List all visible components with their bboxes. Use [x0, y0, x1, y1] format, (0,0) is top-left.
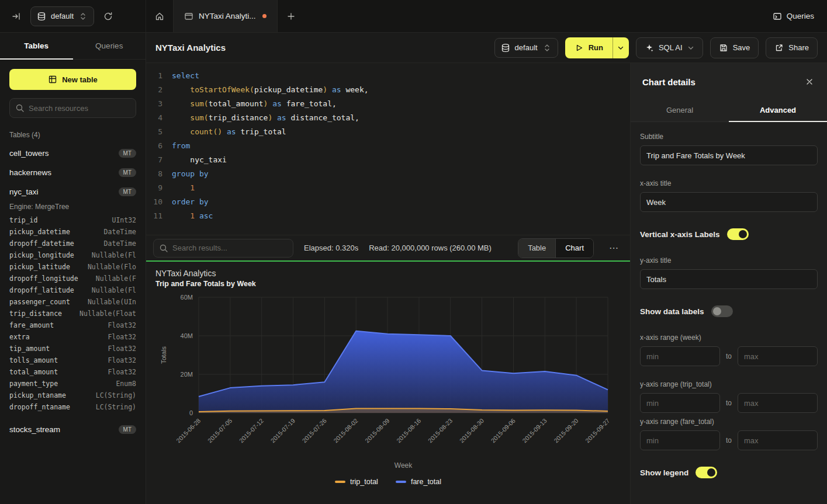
collapse-sidebar-button[interactable] — [8, 8, 25, 25]
yaxis-range-trip-max-input[interactable] — [738, 393, 818, 413]
yaxis-range-trip-min-input[interactable] — [640, 393, 720, 413]
tab-advanced[interactable]: Advanced — [729, 98, 827, 121]
column-name: dropoff_ntaname — [9, 403, 70, 411]
xaxis-range-label: x-axis range (week) — [640, 333, 818, 342]
query-controls: default Run SQL AI — [494, 37, 818, 58]
code-line[interactable]: 4 sum(trip_distance) as distance_total, — [146, 111, 630, 125]
share-button[interactable]: Share — [766, 37, 818, 58]
queries-icon — [773, 12, 782, 21]
line-number: 1 — [146, 69, 172, 83]
svg-text:2015-08-16: 2015-08-16 — [395, 417, 423, 444]
sql-ai-label: SQL AI — [659, 43, 683, 52]
tab-nytaxi-analytics[interactable]: NYTaxi Analyti... — [173, 0, 278, 32]
tab-general[interactable]: General — [631, 98, 729, 121]
xaxis-title-field: x-axis title — [640, 179, 818, 212]
queries-button-label: Queries — [787, 12, 814, 20]
code-line[interactable]: 10order by — [146, 195, 630, 209]
code-text: toStartOfWeek(pickup_datetime) as week, — [172, 83, 369, 97]
sql-editor[interactable]: 1select2 toStartOfWeek(pickup_datetime) … — [146, 63, 630, 235]
column-row[interactable]: dropoff_datetimeDateTime — [0, 238, 146, 249]
column-row[interactable]: passenger_countNullable(UIn — [0, 296, 146, 308]
column-row[interactable]: pickup_ntanameLC(String) — [0, 390, 146, 401]
view-table-button[interactable]: Table — [518, 239, 555, 258]
code-line[interactable]: 6from — [146, 139, 630, 153]
xaxis-range-min-input[interactable] — [640, 346, 720, 366]
yaxis-range-fare-label: y-axis range (fare_total) — [640, 418, 818, 426]
svg-text:2015-08-02: 2015-08-02 — [332, 417, 359, 444]
code-line[interactable]: 2 toStartOfWeek(pickup_datetime) as week… — [146, 83, 630, 97]
results-chart[interactable]: 020M40M60M2015-06-282015-07-052015-07-12… — [155, 289, 618, 475]
queries-button[interactable]: Queries — [773, 12, 814, 21]
code-line[interactable]: 7 nyc_taxi — [146, 153, 630, 167]
refresh-button[interactable] — [100, 8, 116, 25]
home-icon — [155, 12, 164, 21]
vertical-xaxis-labels-toggle[interactable] — [727, 228, 749, 240]
sparkle-icon — [645, 43, 654, 53]
new-table-button[interactable]: New table — [9, 69, 136, 90]
database-icon — [37, 12, 46, 21]
new-tab-button[interactable] — [278, 0, 304, 32]
column-row[interactable]: dropoff_latitudeNullable(Fl — [0, 284, 146, 296]
chevron-down-icon — [617, 44, 624, 51]
column-row[interactable]: dropoff_ntanameLC(String) — [0, 401, 146, 413]
unsaved-changes-dot — [262, 14, 267, 18]
save-button[interactable]: Save — [710, 37, 759, 58]
sql-ai-button[interactable]: SQL AI — [636, 37, 703, 58]
line-number: 11 — [146, 209, 172, 223]
column-row[interactable]: trip_distanceNullable(Float — [0, 308, 146, 319]
xaxis-title-input[interactable] — [640, 192, 818, 212]
column-name: trip_distance — [9, 310, 62, 318]
svg-text:Week: Week — [395, 461, 413, 470]
code-line[interactable]: 3 sum(total_amount) as fare_total, — [146, 97, 630, 111]
column-row[interactable]: extraFloat32 — [0, 331, 146, 343]
vertical-xaxis-labels-label: Vertical x-axis Labels — [640, 230, 720, 239]
column-row[interactable]: total_amountFloat32 — [0, 366, 146, 378]
table-row[interactable]: stocks_streamMT — [0, 420, 146, 439]
sidebar-tab-queries[interactable]: Queries — [73, 33, 146, 59]
column-row[interactable]: payment_typeEnum8 — [0, 378, 146, 390]
code-line[interactable]: 1select — [146, 69, 630, 83]
sidebar-tab-tables[interactable]: Tables — [0, 33, 73, 59]
show-legend-toggle[interactable] — [695, 467, 717, 478]
home-button[interactable] — [146, 0, 173, 32]
code-line[interactable]: 8group by — [146, 167, 630, 181]
column-row[interactable]: fare_amountFloat32 — [0, 319, 146, 331]
close-panel-button[interactable] — [804, 76, 815, 88]
code-line[interactable]: 9 1 — [146, 181, 630, 195]
column-name: tolls_amount — [9, 356, 58, 364]
column-row[interactable]: tip_amountFloat32 — [0, 343, 146, 354]
code-line[interactable]: 11 1 asc — [146, 209, 630, 223]
column-name: passenger_count — [9, 298, 70, 306]
column-row[interactable]: pickup_datetimeDateTime — [0, 226, 146, 238]
column-name: dropoff_latitude — [9, 286, 74, 294]
run-options-button[interactable] — [613, 37, 629, 58]
table-row[interactable]: nyc_taxiMT — [0, 182, 146, 201]
more-options-button[interactable]: ⋯ — [604, 240, 623, 256]
page-title: NYTaxi Analytics — [155, 43, 226, 53]
query-database-selector[interactable]: default — [494, 38, 558, 58]
yaxis-range-fare-min-input[interactable] — [640, 430, 720, 450]
column-row[interactable]: pickup_latitudeNullable(Flo — [0, 261, 146, 273]
table-row[interactable]: hackernewsMT — [0, 163, 146, 182]
code-line[interactable]: 5 count() as trip_total — [146, 125, 630, 139]
column-row[interactable]: trip_idUInt32 — [0, 214, 146, 226]
chart-title: NYTaxi Analytics — [155, 269, 621, 278]
legend-item[interactable]: fare_total — [396, 478, 441, 486]
search-resources-input[interactable] — [9, 98, 136, 118]
database-selector[interactable]: default — [30, 6, 94, 26]
column-row[interactable]: tolls_amountFloat32 — [0, 354, 146, 366]
yaxis-title-input[interactable] — [640, 269, 818, 289]
view-chart-button[interactable]: Chart — [555, 239, 593, 258]
show-data-labels-toggle[interactable] — [711, 305, 733, 317]
column-row[interactable]: dropoff_longitudeNullable(F — [0, 273, 146, 284]
subtitle-input[interactable] — [640, 145, 818, 165]
legend-label: fare_total — [411, 478, 441, 486]
column-row[interactable]: pickup_longitudeNullable(Fl — [0, 249, 146, 261]
legend-item[interactable]: trip_total — [335, 478, 378, 486]
search-results-input[interactable] — [153, 239, 293, 258]
vertical-xaxis-labels-row: Vertical x-axis Labels — [640, 228, 818, 240]
table-row[interactable]: cell_towersMT — [0, 144, 146, 163]
xaxis-range-max-input[interactable] — [738, 346, 818, 366]
run-button[interactable]: Run — [565, 37, 613, 58]
yaxis-range-fare-max-input[interactable] — [738, 430, 818, 450]
